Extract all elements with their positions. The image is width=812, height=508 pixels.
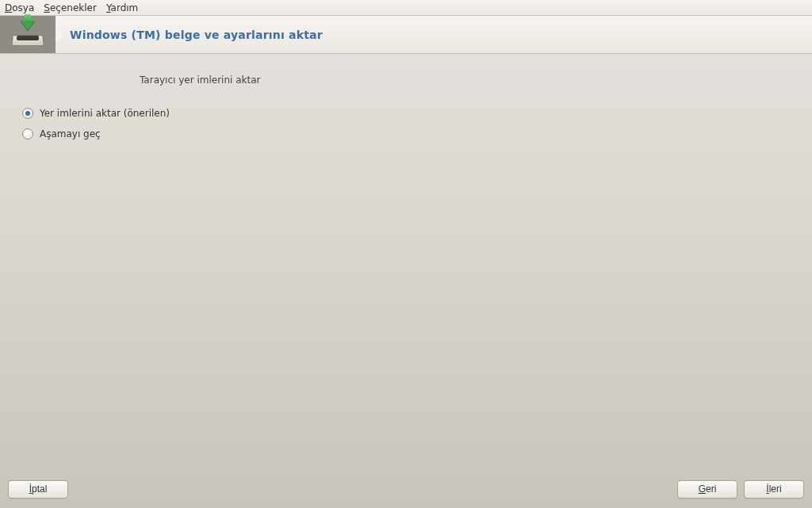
section-title: Tarayıcı yer imlerini aktar [140,74,790,86]
wizard-header: Windows (TM) belge ve ayarlarını aktar [0,16,812,54]
import-tray-icon [0,16,56,53]
wizard-footer: İptal Geri İleri [0,476,812,508]
option-import-bookmarks[interactable]: Yer imlerini aktar (önerilen) [22,108,790,119]
cancel-button[interactable]: İptal [8,480,68,498]
back-button[interactable]: Geri [677,480,737,498]
option-skip-step[interactable]: Aşamayı geç [22,128,790,139]
radio-icon [22,108,33,119]
menu-item-file[interactable]: Dosya [5,2,34,13]
wizard-title: Windows (TM) belge ve ayarlarını aktar [70,29,323,41]
radio-icon [22,128,33,139]
menu-item-help[interactable]: Yardım [106,2,138,13]
radio-label: Aşamayı geç [40,128,101,139]
menu-item-options[interactable]: Seçenekler [44,2,97,13]
menubar: Dosya Seçenekler Yardım [0,0,812,16]
wizard-content: Tarayıcı yer imlerini aktar Yer imlerini… [0,54,812,476]
next-button[interactable]: İleri [744,480,804,498]
radio-label: Yer imlerini aktar (önerilen) [40,108,170,119]
